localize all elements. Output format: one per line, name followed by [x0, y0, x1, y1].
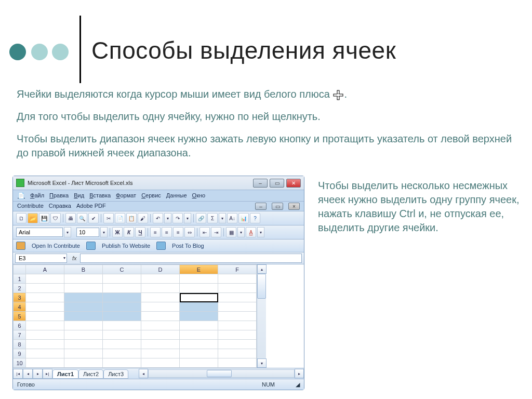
name-box[interactable]: E3 ▾ — [15, 254, 67, 263]
cell[interactable] — [103, 284, 141, 293]
cell[interactable] — [180, 330, 218, 340]
col-header-b[interactable]: B — [64, 265, 103, 274]
mdi-close[interactable]: × — [288, 203, 300, 210]
sheet-tab-2[interactable]: Лист2 — [78, 369, 103, 379]
cell[interactable] — [26, 284, 64, 293]
col-header-d[interactable]: D — [141, 265, 180, 274]
cell[interactable] — [64, 274, 103, 284]
tab-nav-last-icon[interactable]: ▸| — [43, 369, 52, 379]
cell[interactable] — [180, 340, 218, 349]
cell-selected[interactable] — [64, 302, 103, 312]
menu-adobe-pdf[interactable]: Adobe PDF — [76, 203, 106, 210]
cell-selected[interactable] — [103, 312, 141, 321]
cell[interactable] — [180, 284, 218, 293]
cell[interactable] — [218, 358, 257, 368]
cell-selected[interactable] — [180, 302, 218, 312]
scroll-left-icon[interactable]: ◂ — [139, 369, 148, 378]
cell[interactable] — [103, 330, 141, 340]
print-icon[interactable]: 🖶 — [65, 213, 76, 223]
open-in-contribute[interactable]: Open In Contribute — [32, 243, 80, 249]
menu-data[interactable]: Данные — [165, 191, 189, 200]
autosum-dropdown[interactable]: ▾ — [219, 213, 226, 223]
spell-icon[interactable]: ✔ — [88, 213, 99, 223]
cut-icon[interactable]: ✂ — [103, 213, 114, 223]
row-header-9[interactable]: 9 — [14, 349, 26, 358]
select-all-corner[interactable] — [14, 265, 26, 274]
menu-file[interactable]: Файл — [29, 191, 46, 200]
menu-format[interactable]: Формат — [114, 191, 138, 200]
undo-icon[interactable]: ↶ — [153, 213, 163, 223]
maximize-button[interactable]: ▭ — [270, 179, 284, 188]
cell[interactable] — [26, 330, 64, 340]
cell[interactable] — [64, 340, 103, 349]
cell[interactable] — [141, 284, 180, 293]
vertical-scrollbar[interactable]: ▴ ▾ — [257, 264, 266, 368]
cell[interactable] — [26, 293, 64, 302]
font-size-input[interactable] — [76, 228, 99, 237]
cell[interactable] — [141, 293, 180, 302]
underline-button[interactable]: Ч — [135, 227, 145, 237]
italic-button[interactable]: К — [124, 227, 134, 237]
borders-icon[interactable]: ▦ — [226, 227, 236, 237]
cell[interactable] — [103, 358, 141, 368]
cell[interactable] — [218, 330, 257, 340]
menu-contribute[interactable]: Contribute — [17, 203, 44, 210]
cell[interactable] — [103, 274, 141, 284]
autosum-icon[interactable]: Σ — [207, 213, 218, 223]
menu-insert[interactable]: Вставка — [88, 191, 112, 200]
align-left-icon[interactable]: ≡ — [150, 227, 161, 237]
row-header-1[interactable]: 1 — [14, 274, 26, 284]
cell[interactable] — [103, 321, 141, 330]
cell[interactable] — [64, 349, 103, 358]
save-icon[interactable]: 💾 — [39, 213, 49, 223]
mdi-restore[interactable]: ▭ — [272, 203, 283, 210]
cell[interactable] — [218, 284, 257, 293]
chart-icon[interactable]: 📊 — [238, 213, 249, 223]
scroll-thumb[interactable] — [257, 274, 266, 299]
cell[interactable] — [64, 330, 103, 340]
scroll-track[interactable] — [257, 299, 266, 358]
copy-icon[interactable]: 📄 — [115, 213, 125, 223]
cell[interactable] — [180, 349, 218, 358]
cell[interactable] — [64, 284, 103, 293]
cell[interactable] — [218, 349, 257, 358]
fx-label[interactable]: fx — [72, 255, 77, 261]
row-header-8[interactable]: 8 — [14, 340, 26, 349]
publish-to-website[interactable]: Publish To Website — [102, 243, 150, 249]
menu-window[interactable]: Окно — [191, 191, 207, 200]
scroll-down-icon[interactable]: ▾ — [257, 358, 267, 368]
menu-tools[interactable]: Сервис — [140, 191, 163, 200]
post-to-blog[interactable]: Post To Blog — [172, 243, 204, 249]
scroll-right-icon[interactable]: ▸ — [295, 369, 304, 378]
col-header-f[interactable]: F — [218, 265, 257, 274]
col-header-c[interactable]: C — [103, 265, 141, 274]
row-header-10[interactable]: 10 — [14, 358, 26, 368]
cell[interactable] — [180, 358, 218, 368]
sheet-tab-3[interactable]: Лист3 — [103, 369, 128, 379]
hyperlink-icon[interactable]: 🔗 — [196, 213, 206, 223]
sort-asc-icon[interactable]: A↓ — [227, 213, 237, 223]
cell[interactable] — [141, 349, 180, 358]
row-header-4[interactable]: 4 — [14, 302, 26, 312]
redo-dropdown[interactable]: ▾ — [184, 213, 191, 223]
cell-active-e3[interactable] — [180, 293, 218, 302]
menu-view[interactable]: Вид — [72, 191, 86, 200]
cell[interactable] — [141, 340, 180, 349]
hscroll-thumb[interactable] — [207, 370, 232, 377]
cell[interactable] — [180, 274, 218, 284]
hscroll-track[interactable] — [148, 369, 295, 378]
mdi-minimize[interactable]: – — [255, 203, 267, 210]
cell[interactable] — [141, 321, 180, 330]
cell[interactable] — [26, 321, 64, 330]
row-header-5[interactable]: 5 — [14, 312, 26, 321]
cell[interactable] — [26, 358, 64, 368]
scroll-up-icon[interactable]: ▴ — [257, 264, 267, 274]
tab-nav-first-icon[interactable]: |◂ — [13, 369, 23, 379]
cell[interactable] — [141, 358, 180, 368]
row-header-6[interactable]: 6 — [14, 321, 26, 330]
help-icon[interactable]: ? — [250, 213, 260, 223]
merge-center-icon[interactable]: ⇔ — [184, 227, 195, 237]
align-center-icon[interactable]: ≡ — [162, 227, 172, 237]
minimize-button[interactable]: – — [253, 179, 268, 188]
sheet-tab-1[interactable]: Лист1 — [52, 369, 78, 379]
